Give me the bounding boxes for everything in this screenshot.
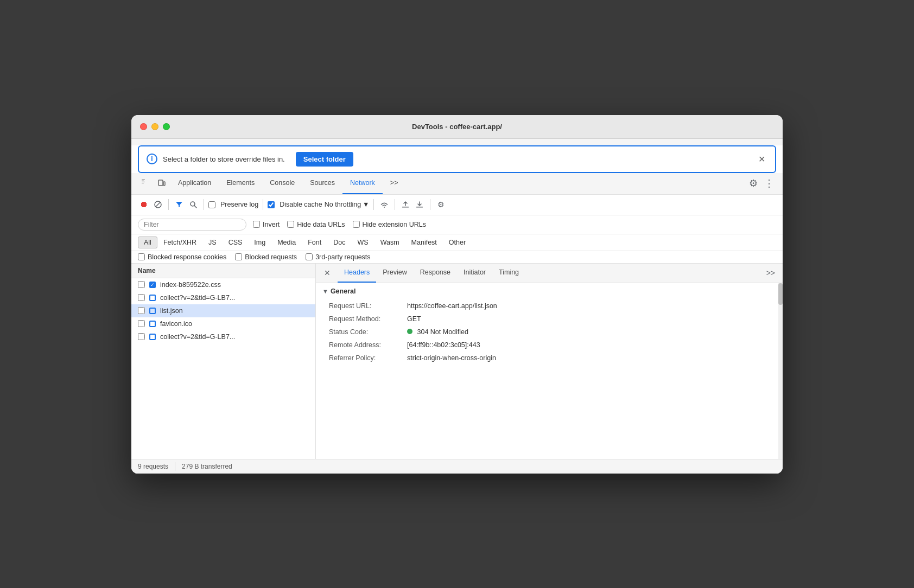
- detail-tab-initiator[interactable]: Initiator: [457, 264, 492, 283]
- type-btn-doc[interactable]: Doc: [327, 237, 351, 248]
- hide-ext-check[interactable]: Hide extension URLs: [353, 221, 426, 228]
- hide-data-checkbox[interactable]: [287, 221, 294, 228]
- type-btn-ws[interactable]: WS: [351, 237, 374, 248]
- detail-tab-timing[interactable]: Timing: [492, 264, 525, 283]
- file-type-icon-2: [149, 308, 156, 314]
- cursor-icon[interactable]: [138, 176, 153, 191]
- search-icon[interactable]: [187, 199, 199, 210]
- type-btn-font[interactable]: Font: [302, 237, 327, 248]
- file-checkbox-2[interactable]: [138, 307, 145, 314]
- blocked-requests-check[interactable]: Blocked requests: [235, 253, 297, 261]
- type-btn-all[interactable]: All: [138, 237, 157, 248]
- disable-cache-check[interactable]: Disable cache: [268, 201, 322, 208]
- type-btn-manifest[interactable]: Manifest: [405, 237, 443, 248]
- select-folder-button[interactable]: Select folder: [296, 152, 353, 167]
- file-row[interactable]: list.json: [131, 304, 315, 317]
- more-dots-icon[interactable]: ⋮: [762, 175, 776, 191]
- detail-tab-preview[interactable]: Preview: [376, 264, 413, 283]
- preserve-log-checkbox[interactable]: [208, 201, 215, 208]
- record-button[interactable]: ⏺: [138, 199, 150, 210]
- file-list-header: Name: [131, 264, 315, 278]
- type-btn-fetch/xhr[interactable]: Fetch/XHR: [157, 237, 202, 248]
- disable-cache-checkbox[interactable]: [268, 201, 275, 208]
- preserve-log-label: Preserve log: [220, 201, 258, 208]
- file-checkbox-1[interactable]: [138, 294, 145, 301]
- hide-data-check[interactable]: Hide data URLs: [287, 221, 345, 228]
- file-name-1: collect?v=2&tid=G-LB7...: [160, 294, 235, 302]
- network-toolbar: ⏺: [131, 195, 783, 215]
- upload-icon[interactable]: [399, 199, 411, 210]
- banner-close-button[interactable]: ✕: [756, 152, 767, 167]
- main-content: Name ✓ index-b859522e.css collect?v=2&ti…: [131, 264, 783, 459]
- type-btn-media[interactable]: Media: [271, 237, 302, 248]
- invert-checkbox[interactable]: [253, 221, 260, 228]
- blocked-requests-label: Blocked requests: [245, 253, 297, 261]
- download-icon[interactable]: [414, 199, 426, 210]
- filter-input-wrap: [138, 219, 246, 231]
- third-party-check[interactable]: 3rd-party requests: [306, 253, 370, 261]
- hide-ext-checkbox[interactable]: [353, 221, 360, 228]
- file-type-icon-1: [149, 295, 156, 301]
- invert-check[interactable]: Invert: [253, 221, 280, 228]
- tab-more[interactable]: >>: [383, 173, 406, 194]
- file-checkbox-0[interactable]: [138, 281, 145, 288]
- file-row[interactable]: favicon.ico: [131, 317, 315, 330]
- details-close-button[interactable]: ✕: [321, 267, 333, 279]
- file-checkbox-3[interactable]: [138, 320, 145, 327]
- prop-row: Request URL: https://coffee-cart.app/lis…: [316, 299, 783, 312]
- clear-button[interactable]: [152, 199, 164, 210]
- file-name-3: favicon.ico: [160, 320, 192, 328]
- prop-value-4: strict-origin-when-cross-origin: [407, 354, 770, 362]
- preserve-log-check[interactable]: Preserve log: [208, 201, 258, 208]
- tab-network[interactable]: Network: [342, 173, 383, 194]
- file-checkbox-4[interactable]: [138, 333, 145, 340]
- toolbar-right: ⚙ ⋮: [747, 175, 776, 191]
- info-banner: i Select a folder to store override file…: [138, 145, 776, 173]
- section-arrow: ▼: [322, 288, 328, 295]
- file-row[interactable]: collect?v=2&tid=G-LB7...: [131, 291, 315, 304]
- file-row[interactable]: ✓ index-b859522e.css: [131, 278, 315, 291]
- file-name-4: collect?v=2&tid=G-LB7...: [160, 333, 235, 341]
- type-btn-img[interactable]: Img: [248, 237, 271, 248]
- hide-ext-label: Hide extension URLs: [363, 221, 426, 228]
- prop-row: Status Code: 304 Not Modified: [316, 325, 783, 338]
- detail-tab-headers[interactable]: Headers: [338, 264, 376, 283]
- prop-label-1: Request Method:: [329, 315, 405, 323]
- name-column-header: Name: [138, 267, 156, 274]
- type-btn-css[interactable]: CSS: [223, 237, 249, 248]
- blocked-cookies-check[interactable]: Blocked response cookies: [138, 253, 226, 261]
- tab-sources[interactable]: Sources: [302, 173, 342, 194]
- prop-label-4: Referrer Policy:: [329, 354, 405, 362]
- general-section-header[interactable]: ▼ General: [316, 283, 783, 299]
- tab-application[interactable]: Application: [170, 173, 219, 194]
- wifi-icon[interactable]: [378, 199, 390, 210]
- third-party-checkbox[interactable]: [306, 253, 313, 260]
- throttle-select[interactable]: No throttling ▼: [325, 201, 370, 208]
- details-scrollbar[interactable]: [778, 283, 783, 459]
- detail-tab-response[interactable]: Response: [414, 264, 457, 283]
- file-row[interactable]: collect?v=2&tid=G-LB7...: [131, 330, 315, 343]
- tab-console[interactable]: Console: [262, 173, 302, 194]
- maximize-button[interactable]: [163, 123, 170, 130]
- device-icon[interactable]: [154, 176, 169, 191]
- settings-gear-icon[interactable]: ⚙: [747, 175, 760, 191]
- close-button[interactable]: [140, 123, 147, 130]
- filter-input[interactable]: [144, 221, 240, 228]
- cookie-filter: Blocked response cookies Blocked request…: [131, 251, 783, 264]
- tab-elements[interactable]: Elements: [219, 173, 262, 194]
- toolbar-settings-icon[interactable]: ⚙: [435, 199, 447, 210]
- blocked-cookies-checkbox[interactable]: [138, 253, 145, 260]
- filter-icon[interactable]: [173, 199, 185, 210]
- scrollbar-thumb[interactable]: [778, 283, 783, 305]
- minimize-button[interactable]: [151, 123, 158, 130]
- type-btn-wasm[interactable]: Wasm: [375, 237, 405, 248]
- detail-tabs-more[interactable]: >>: [764, 266, 777, 279]
- file-type-icon-3: [149, 321, 156, 327]
- svg-rect-10: [402, 207, 409, 208]
- status-dot: [407, 329, 412, 334]
- blocked-requests-checkbox[interactable]: [235, 253, 242, 260]
- type-btn-other[interactable]: Other: [443, 237, 472, 248]
- type-btn-js[interactable]: JS: [202, 237, 223, 248]
- separator3: [263, 199, 263, 210]
- status-divider: [175, 462, 175, 471]
